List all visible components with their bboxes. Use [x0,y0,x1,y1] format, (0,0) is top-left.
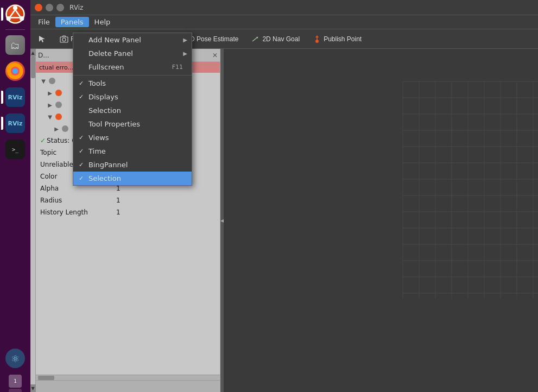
title-bar: RViz [30,0,538,15]
time-label: Time [88,147,106,155]
tree-bullet-sub [62,125,68,132]
menu-selection2[interactable]: ✓ Selection [73,172,192,185]
scroll-thumb[interactable] [31,56,35,78]
scroll-track [31,56,35,384]
nav-goal-icon [251,35,260,43]
svg-marker-22 [315,35,319,37]
fullscreen-shortcut: F11 [172,64,183,71]
menu-add-new-panel[interactable]: Add New Panel [73,33,192,47]
radius-row: Radius 1 [36,194,220,206]
radius-value[interactable]: 1 [116,197,121,204]
tree-arrow-root[interactable]: ▼ [40,78,47,84]
svg-line-5 [15,10,21,17]
svg-point-20 [315,40,319,43]
menu-separator-1 [73,75,192,75]
status-check: ✓ [40,137,46,144]
menu-tools[interactable]: ✓ Tools [73,77,192,90]
tree-arrow-2[interactable]: ▶ [47,90,53,96]
tools-label: Tools [88,79,106,87]
tree-arrow-expanded[interactable]: ▼ [47,113,53,120]
menu-selection[interactable]: Selection [73,104,192,117]
bing-pannel-label: BingPannel [88,161,128,169]
taskbar-icon-rviz2[interactable]: RViz [3,111,27,135]
tree-bullet-3 [55,102,62,108]
selection-label: Selection [88,106,121,115]
delete-panel-label: Delete Panel [88,49,133,58]
menu-bar: File Panels Help [30,15,538,29]
taskbar-bottom: ⚛ 1 2 3 4 [3,346,27,392]
menu-help[interactable]: Help [89,17,116,27]
menu-fullscreen[interactable]: Fullscreen F11 [73,60,192,74]
menu-panels[interactable]: Panels [55,17,89,27]
panels-dropdown-menu: Add New Panel Delete Panel Fullscreen F1… [73,33,192,186]
svg-point-12 [62,38,66,41]
menu-time[interactable]: ✓ Time [73,144,192,158]
menu-file[interactable]: File [33,17,55,27]
history-length-label: History Length [40,208,116,216]
publish-point-label: Publish Point [324,35,362,43]
svg-point-1 [13,5,17,10]
horizontal-scrollbar[interactable] [36,375,220,380]
views-label: Views [88,134,109,142]
menu-delete-panel[interactable]: Delete Panel [73,47,192,60]
tree-arrow-3[interactable]: ▶ [47,102,53,108]
viewport-grid [224,49,538,392]
bing-pannel-check: ✓ [79,161,84,168]
tree-bullet-expanded [55,113,62,120]
publish-point-tool[interactable]: Publish Point [308,33,366,45]
tool-properties-label: Tool Properties [88,120,140,128]
tree-bullet-2 [55,90,62,96]
history-length-value[interactable]: 1 [116,208,121,216]
publish-point-icon [313,35,321,43]
displays-check: ✓ [79,93,84,100]
h-scroll-thumb[interactable] [38,376,54,380]
taskbar-icon-atom[interactable]: ⚛ [3,346,27,370]
fullscreen-label: Fullscreen [88,63,124,71]
taskbar-icon-firefox[interactable] [3,59,27,83]
taskbar-icon-files[interactable]: 🗂 [3,33,27,57]
svg-line-4 [10,10,15,17]
radius-label: Radius [40,197,116,204]
taskbar-icon-terminal[interactable]: >_ [3,137,27,161]
minimize-button[interactable] [46,4,53,11]
taskbar-divider-1 [5,29,25,30]
selection2-label: Selection [88,174,121,182]
taskbar-icon-rviz1[interactable]: RViz [3,85,27,109]
cursor-icon [38,35,47,43]
window-title: RViz [69,4,83,11]
views-check: ✓ [79,134,84,141]
taskbar: 🗂 RViz RViz >_ ⚛ 1 2 3 4 [0,0,30,392]
tree-arrow-sub[interactable]: ▶ [53,125,60,132]
nav-goal-tool[interactable]: 2D Nav Goal [247,33,304,45]
nav-goal-label: 2D Nav Goal [262,35,300,43]
error-text: ctual erro... [39,64,73,71]
vertical-scrollbar[interactable]: ▲ ▼ [30,49,36,392]
alpha-label: Alpha [40,185,116,192]
svg-marker-10 [39,36,45,42]
alpha-value[interactable]: 1 [116,185,121,192]
camera-icon [60,35,68,43]
panel-status-bar [36,380,220,392]
maximize-button[interactable] [56,4,64,11]
close-button[interactable] [35,4,42,11]
menu-views[interactable]: ✓ Views [73,131,192,144]
menu-tool-properties[interactable]: Tool Properties [73,117,192,131]
interact-tool[interactable] [34,33,51,45]
scroll-up-button[interactable]: ▲ [30,49,36,56]
workspace-2[interactable]: 2 [9,389,22,392]
workspace-1[interactable]: 1 [9,375,22,388]
menu-bing-pannel[interactable]: ✓ BingPannel [73,158,192,172]
history-length-row: History Length 1 [36,206,220,218]
3d-viewport[interactable] [224,49,538,392]
tools-check: ✓ [79,80,84,87]
displays-label: Displays [88,93,118,101]
workspace-switcher[interactable]: 1 2 3 4 [9,375,22,388]
add-new-panel-label: Add New Panel [88,36,141,44]
time-check: ✓ [79,148,84,155]
menu-displays[interactable]: ✓ Displays [73,90,192,104]
taskbar-icon-ubuntu[interactable] [3,2,27,26]
scroll-down-button[interactable]: ▼ [30,384,36,392]
svg-point-9 [12,68,18,74]
pose-estimate-label: 2D Pose Estimate [186,35,238,43]
panel-close-button[interactable]: ✕ [212,52,218,59]
